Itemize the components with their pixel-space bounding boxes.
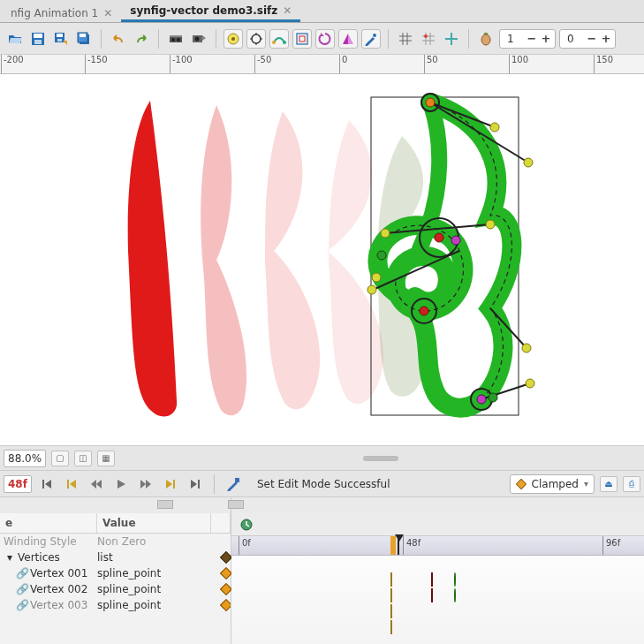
- zoom-page-button[interactable]: ◫: [74, 451, 92, 466]
- close-icon[interactable]: ✕: [283, 4, 292, 17]
- current-frame-field[interactable]: 48f: [4, 475, 32, 493]
- zoom-fit-button[interactable]: ▢: [51, 451, 69, 466]
- link-icon: 🔗: [16, 583, 28, 595]
- increment-button[interactable]: +: [539, 31, 553, 47]
- close-icon[interactable]: ✕: [103, 7, 112, 19]
- timeline-panel: 0f 48f 96f: [231, 497, 644, 644]
- svg-rect-20: [297, 34, 307, 44]
- onion-future-spinner[interactable]: 0 − +: [559, 29, 616, 49]
- tool-mirror-button[interactable]: [338, 29, 358, 49]
- timeline-tick: 96f: [602, 536, 620, 555]
- show-grid-button[interactable]: [224, 29, 243, 49]
- ruler-tick: 100: [509, 55, 528, 73]
- ruler-tick: -200: [1, 55, 24, 73]
- undo-button[interactable]: [109, 29, 128, 49]
- seek-fwd-button[interactable]: [136, 474, 155, 494]
- zoom-field[interactable]: 88.0%: [4, 450, 46, 467]
- keyframe-icon: [220, 567, 232, 580]
- guides-button[interactable]: [442, 29, 461, 49]
- svg-rect-5: [57, 39, 62, 42]
- expand-icon[interactable]: ▾: [4, 551, 16, 564]
- canvas-viewport[interactable]: [0, 74, 644, 445]
- svg-point-48: [522, 344, 531, 352]
- tab-label: nfig Animation 1: [11, 7, 98, 19]
- tool-scale-button[interactable]: [292, 29, 312, 49]
- save-as-button[interactable]: [51, 29, 71, 49]
- parameters-panel: e Value Winding Style Non Zero ▾ Vertice…: [0, 497, 231, 644]
- param-row[interactable]: 🔗 Vertex 003 spline_point: [0, 597, 231, 613]
- decrement-button[interactable]: −: [525, 31, 539, 47]
- svg-rect-8: [80, 34, 86, 37]
- timeline-tracks[interactable]: [231, 556, 644, 644]
- timeline-tick: 48f: [403, 536, 420, 555]
- keyframe-icon: [220, 599, 231, 611]
- svg-point-45: [381, 229, 390, 238]
- svg-rect-2: [34, 40, 42, 44]
- pane-splitter[interactable]: [231, 497, 644, 513]
- param-value: spline_point: [97, 599, 220, 611]
- seek-back-button[interactable]: [87, 474, 106, 494]
- onion-skin-button[interactable]: [476, 29, 496, 49]
- param-row[interactable]: ▾ Vertices list: [0, 549, 231, 565]
- onion-past-spinner[interactable]: 1 − +: [499, 29, 556, 49]
- seek-end-button[interactable]: [186, 474, 205, 494]
- svg-point-50: [372, 273, 381, 282]
- interpolation-select[interactable]: Clamped ▾: [510, 474, 595, 494]
- param-row[interactable]: Winding Style Non Zero: [0, 534, 231, 549]
- svg-point-38: [451, 236, 460, 245]
- svg-point-16: [231, 37, 235, 41]
- param-value: spline_point: [97, 567, 220, 580]
- tab-doc-1[interactable]: nfig Animation 1 ✕: [2, 4, 121, 22]
- zoom-grid-button[interactable]: ▦: [97, 451, 115, 466]
- pane-splitter[interactable]: [0, 497, 231, 513]
- keyframe-icon: [220, 583, 232, 595]
- param-row[interactable]: 🔗 Vertex 001 spline_point: [0, 565, 231, 581]
- canvas-content: [0, 74, 644, 445]
- column-header-key[interactable]: [211, 513, 231, 533]
- redo-button[interactable]: [132, 29, 151, 49]
- svg-rect-21: [299, 36, 305, 42]
- tab-doc-2[interactable]: synfig-vector demo3.sifz ✕: [121, 1, 300, 22]
- seek-start-button[interactable]: [37, 474, 57, 494]
- svg-point-47: [367, 285, 376, 294]
- svg-rect-51: [235, 478, 239, 482]
- increment-button[interactable]: +: [599, 31, 613, 47]
- tool-smooth-button[interactable]: [269, 29, 289, 49]
- svg-point-40: [477, 395, 486, 404]
- param-value: spline_point: [97, 583, 220, 595]
- param-row[interactable]: 🔗 Vertex 002 spline_point: [0, 581, 231, 597]
- timeline-toolbar: [231, 513, 644, 536]
- svg-point-37: [435, 233, 443, 242]
- save-button[interactable]: [28, 29, 48, 49]
- drag-handle[interactable]: [120, 456, 640, 461]
- param-name: Vertex 002: [28, 583, 97, 595]
- diamond-icon: [516, 479, 527, 489]
- timeline-ruler[interactable]: 0f 48f 96f: [231, 536, 644, 556]
- decrement-button[interactable]: −: [585, 31, 599, 47]
- column-header-value[interactable]: Value: [97, 513, 211, 533]
- keyframe-lock-button[interactable]: ⏏: [600, 476, 617, 492]
- canvas-ruler-horizontal[interactable]: -200 -150 -100 -50 0 50 100 150: [0, 55, 644, 74]
- svg-rect-10: [170, 35, 182, 37]
- tool-rotate-button[interactable]: [315, 29, 335, 49]
- tool-edit-button[interactable]: [361, 29, 381, 49]
- save-all-button[interactable]: [74, 29, 94, 49]
- preview-button[interactable]: [189, 29, 208, 49]
- keyframe-options-button[interactable]: ⎙: [623, 476, 640, 492]
- play-button[interactable]: [111, 474, 131, 494]
- column-header-name[interactable]: e: [0, 513, 97, 533]
- render-button[interactable]: [166, 29, 186, 49]
- param-name: Vertices: [16, 551, 97, 564]
- svg-point-24: [481, 34, 490, 45]
- open-button[interactable]: [5, 29, 25, 49]
- timeline-cursor[interactable]: [398, 536, 399, 555]
- param-value: list: [97, 551, 220, 564]
- timeline-options-button[interactable]: [237, 515, 256, 534]
- animate-mode-button[interactable]: [224, 474, 243, 494]
- seek-prev-key-button[interactable]: [62, 474, 81, 494]
- seek-next-key-button[interactable]: [161, 474, 180, 494]
- tool-normal-button[interactable]: [246, 29, 266, 49]
- snap-grid-button[interactable]: [419, 29, 438, 49]
- svg-rect-52: [516, 479, 526, 489]
- grid-toggle-button[interactable]: [396, 29, 415, 49]
